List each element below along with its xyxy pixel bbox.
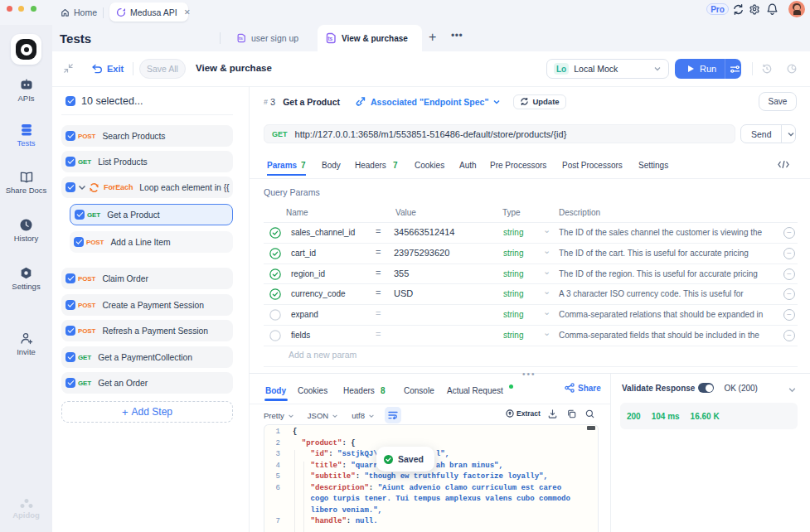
svg-text:ts: ts xyxy=(239,36,243,41)
svg-text:ts: ts xyxy=(327,36,332,41)
